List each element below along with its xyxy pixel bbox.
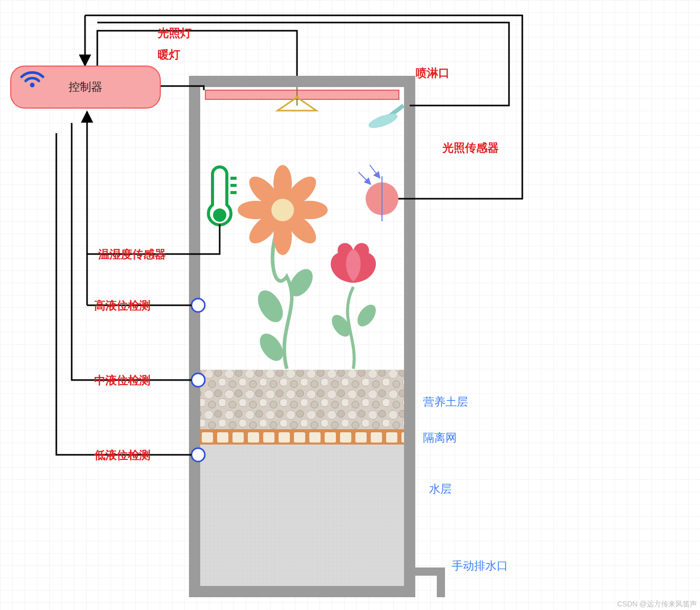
label-sprinkler: 喷淋口 — [416, 66, 450, 81]
svg-point-17 — [215, 210, 225, 220]
red-flower-icon — [328, 243, 379, 369]
orange-flower-icon — [238, 165, 328, 369]
label-drain: 手动排水口 — [452, 558, 508, 574]
light-joint — [295, 96, 299, 99]
svg-line-24 — [370, 165, 380, 178]
label-mid-level: 中液位检测 — [94, 373, 151, 388]
watermark: CSDN @远方传来风笛声 — [617, 600, 697, 609]
label-water: 水层 — [429, 481, 452, 497]
svg-point-36 — [271, 199, 294, 221]
svg-point-25 — [253, 286, 288, 327]
label-net: 隔离网 — [423, 430, 457, 446]
controller-box: 控制器 — [10, 66, 161, 109]
svg-point-38 — [354, 301, 379, 329]
soil-layer — [200, 370, 404, 429]
sprinkler-icon — [367, 106, 404, 131]
svg-rect-9 — [189, 76, 200, 597]
label-light-lamp: 光照灯 — [158, 26, 192, 41]
svg-rect-11 — [189, 76, 415, 87]
heat-lamp-bar — [205, 90, 399, 99]
svg-rect-10 — [404, 76, 415, 597]
svg-point-39 — [30, 83, 35, 88]
isolation-net — [200, 429, 404, 445]
low-level-probe — [192, 448, 205, 461]
water-layer — [200, 445, 404, 586]
high-level-probe — [192, 299, 205, 312]
svg-rect-14 — [437, 567, 445, 597]
label-soil: 营养土层 — [423, 394, 468, 410]
svg-rect-12 — [189, 586, 415, 597]
wifi-icon — [19, 67, 45, 88]
mid-level-probe — [192, 373, 205, 387]
label-low-level: 低液位检测 — [94, 448, 151, 463]
label-light-sensor: 光照传感器 — [442, 140, 499, 156]
svg-line-23 — [358, 172, 371, 184]
light-sensor-icon — [358, 165, 398, 221]
label-temp-humid: 温湿度传感器 — [98, 247, 166, 262]
label-warm-lamp: 暖灯 — [158, 47, 180, 62]
thermometer-icon — [208, 167, 237, 225]
label-high-level: 高液位检测 — [94, 298, 151, 313]
